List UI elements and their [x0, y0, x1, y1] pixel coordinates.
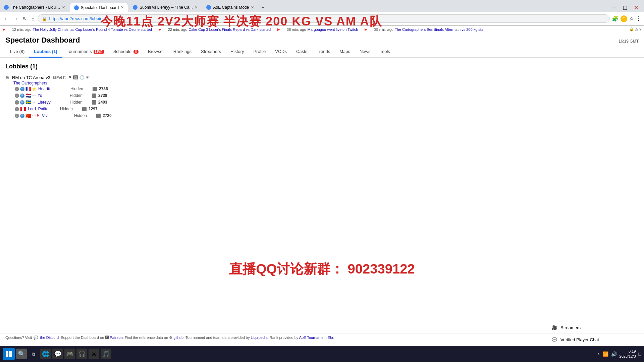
taskbar-clock[interactable]: 0:19 2023/12/3: [620, 349, 636, 359]
player-rank-icon-hearttt: [93, 87, 97, 91]
tab-schedule[interactable]: Schedule 8: [109, 46, 143, 58]
taskbar-whatsapp-icon[interactable]: 💬: [52, 349, 63, 359]
taskbar-extra-icon[interactable]: 🎵: [101, 349, 111, 359]
forward-button[interactable]: →: [12, 15, 19, 23]
player-icons-vivi: ℹ 🔍 🇨🇳 〰 ⚑: [15, 113, 40, 118]
extensions-icon[interactable]: 🧩: [612, 15, 619, 22]
tab-lobbies[interactable]: Lobbies (1): [29, 46, 62, 58]
taskbar-discord-icon[interactable]: 🎧: [76, 349, 87, 359]
lobby-icon-eye: 👁: [86, 75, 90, 80]
player-info-icon[interactable]: ℹ: [15, 94, 19, 98]
notif-link-2[interactable]: Cake Cup 3 Loser's Finals Repard vs Dark…: [189, 27, 271, 32]
player-link-liereyy[interactable]: Liereyy: [38, 100, 51, 105]
player-elo-yo: 2738: [98, 93, 107, 98]
player-search-icon[interactable]: 🔍: [20, 94, 24, 98]
taskbar-notification-icon[interactable]: □: [639, 351, 641, 357]
settings-icon[interactable]: ⋮: [636, 15, 641, 22]
taskbar-battle-icon[interactable]: ⚔: [89, 349, 99, 359]
notif-toolbar-right: 🔒 ⚠ ?: [629, 27, 641, 32]
refresh-button[interactable]: ↻: [21, 15, 28, 23]
taskbar-chevron-icon[interactable]: ∧: [597, 352, 600, 356]
tab-trends[interactable]: Trends: [312, 46, 335, 58]
notif-dot-4: ▶: [365, 27, 367, 31]
player-row: ℹ 🇵🇪 Lord_Patito Hidden 1297: [5, 106, 639, 112]
taskbar-network-icon[interactable]: 📶: [603, 351, 608, 357]
player-info-icon[interactable]: ℹ: [15, 114, 19, 118]
taskbar-chrome-icon[interactable]: 🌐: [40, 349, 51, 359]
player-flag-liereyy: 🇸🇪: [25, 100, 31, 105]
tab-close-3[interactable]: ✕: [195, 5, 198, 10]
address-bar[interactable]: 🔒: [38, 14, 610, 23]
tab-news[interactable]: News: [355, 46, 375, 58]
notif-link-4[interactable]: The Cartographers Semifinals Aftermath v…: [395, 27, 486, 32]
tab-browser[interactable]: Browser: [143, 46, 169, 58]
taskbar-search-icon[interactable]: 🔍: [16, 349, 27, 359]
profile-icon[interactable]: G: [621, 15, 627, 22]
notif-link-1[interactable]: The Holly Jolly Christmas Cup Loser's Ro…: [33, 27, 152, 32]
browser-tab-4[interactable]: AoE Captains Mode ✕: [202, 3, 258, 12]
back-button[interactable]: ←: [3, 15, 10, 23]
footer-liquipedia-link[interactable]: Liquipedia: [251, 336, 267, 340]
tab-maps[interactable]: Maps: [335, 46, 355, 58]
tab-streamers[interactable]: Streamers: [196, 46, 226, 58]
lobby-team-name[interactable]: The Cartographers: [5, 81, 639, 85]
player-search-icon[interactable]: 🔍: [20, 114, 24, 118]
player-row: ℹ 🔍 🇳🇱 〰 Yo Hidden 2738: [5, 92, 639, 99]
home-button[interactable]: ⌂: [30, 15, 36, 23]
taskbar-sound-icon[interactable]: 🔊: [611, 351, 617, 357]
new-tab-button[interactable]: +: [259, 3, 267, 12]
close-window-button[interactable]: ✕: [631, 3, 641, 12]
player-link-lordpatito[interactable]: Lord_Patito: [28, 107, 48, 111]
player-link-vivi[interactable]: Vivi: [42, 113, 48, 118]
tab-close-2[interactable]: ✕: [121, 5, 124, 10]
maximize-button[interactable]: □: [621, 4, 630, 12]
player-search-icon[interactable]: 🔍: [20, 87, 24, 91]
notif-dot-3: ▶: [277, 27, 280, 31]
browser-tab-1[interactable]: The Cartographers - Liqui... ✕: [0, 3, 69, 12]
tab-title-4: AoE Captains Mode: [213, 5, 249, 10]
player-info-icon[interactable]: ℹ: [15, 100, 19, 105]
side-panel-streamers[interactable]: 🎥 Streamers: [547, 322, 644, 334]
url-input[interactable]: [49, 16, 605, 21]
footer-elo-link[interactable]: AoE Tournament Elo: [299, 336, 333, 340]
minimize-button[interactable]: ─: [609, 4, 619, 12]
start-button[interactable]: [3, 348, 15, 360]
player-info-icon[interactable]: ℹ: [15, 107, 19, 111]
player-search-icon[interactable]: 🔍: [20, 100, 24, 105]
notif-link-3[interactable]: Margougou went live on Twitch: [308, 27, 358, 32]
player-wave-icon: 〰: [32, 94, 36, 98]
bookmark-icon[interactable]: ☆: [629, 15, 634, 22]
footer-discord-link[interactable]: the Discord: [40, 336, 59, 340]
tab-tournaments[interactable]: Tournaments LIVE: [62, 46, 109, 58]
browser-tab-2[interactable]: Spectator Dashboard ✕: [70, 3, 128, 12]
player-flag-hearttt: 🇫🇷: [25, 86, 31, 92]
tab-casts[interactable]: Casts: [291, 46, 312, 58]
browser-chrome: The Cartographers - Liqui... ✕ Spectator…: [0, 0, 644, 26]
tab-close-1[interactable]: ✕: [62, 5, 65, 10]
tab-profile[interactable]: Profile: [249, 46, 270, 58]
side-panel-streamers-label: Streamers: [560, 325, 581, 330]
taskbar-steam-icon[interactable]: 🎮: [64, 349, 75, 359]
side-panel-verified-chat[interactable]: 💬 Verified Player Chat: [547, 334, 644, 346]
footer-patreon-link[interactable]: Patreon: [110, 336, 123, 340]
player-link-yo[interactable]: Yo: [38, 93, 42, 98]
browser-tab-3[interactable]: Suomi vs Liereyy – "The Ca... ✕: [129, 3, 202, 12]
browser-tabs: The Cartographers - Liqui... ✕ Spectator…: [0, 0, 644, 12]
footer-github-link[interactable]: github: [173, 336, 183, 340]
taskbar-taskview-icon[interactable]: ⧉: [28, 349, 39, 359]
tab-rankings[interactable]: Rankings: [169, 46, 196, 58]
tab-live[interactable]: Live (8): [5, 46, 29, 58]
player-elo-vivi: 2720: [103, 113, 112, 118]
player-info-icon[interactable]: ℹ: [15, 87, 19, 91]
tab-history[interactable]: History: [226, 46, 249, 58]
notif-time-4: 39 min. ago: [374, 27, 393, 32]
tab-vods[interactable]: VODs: [270, 46, 291, 58]
page-title: Spectator Dashboard: [5, 36, 80, 45]
player-elo-hearttt: 2736: [99, 86, 108, 91]
footer-discord-icon: 💬: [34, 336, 38, 340]
tab-tools[interactable]: Tools: [375, 46, 394, 58]
tab-close-4[interactable]: ✕: [251, 5, 254, 10]
lobby-expand-icon[interactable]: ⊕: [5, 75, 9, 80]
player-link-hearttt[interactable]: Hearttt: [38, 86, 50, 91]
side-panel-streamers-icon: 🎥: [552, 325, 557, 330]
